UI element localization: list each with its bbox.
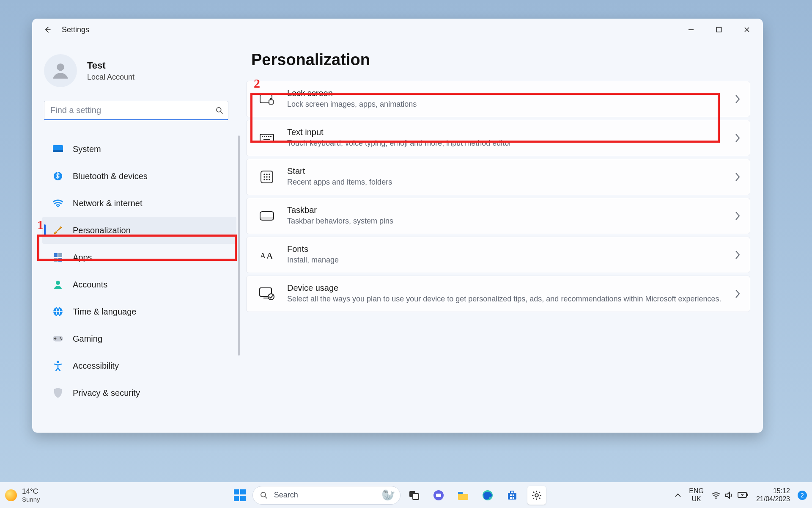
svg-rect-1: [717, 28, 721, 32]
card-title: Taskbar: [287, 205, 735, 215]
card-title: Fonts: [287, 244, 735, 254]
privacy-icon: [52, 387, 63, 398]
card-title: Lock screen: [287, 88, 735, 98]
svg-point-18: [57, 361, 59, 363]
svg-point-29: [263, 174, 265, 175]
clock-date: 21/04/2023: [756, 495, 790, 503]
nav-label: Accessibility: [73, 361, 119, 371]
nav-label: Bluetooth & devices: [73, 171, 148, 181]
svg-point-59: [535, 494, 538, 497]
close-button[interactable]: [738, 21, 755, 38]
nav-label: Gaming: [73, 334, 102, 344]
card-desc: Lock screen images, apps, animations: [287, 99, 735, 109]
nav-item-bluetooth[interactable]: Bluetooth & devices: [42, 163, 236, 190]
card-text-input[interactable]: Text input Touch keyboard, voice typing,…: [246, 120, 750, 156]
tray-clock[interactable]: 15:12 21/04/2023: [756, 487, 790, 503]
svg-rect-58: [513, 497, 514, 499]
window-title: Settings: [62, 25, 89, 34]
taskbar-explorer[interactable]: [454, 486, 472, 505]
notification-count: 2: [801, 492, 804, 499]
card-taskbar[interactable]: Taskbar Taskbar behaviors, system pins: [246, 198, 750, 234]
svg-rect-11: [54, 258, 58, 262]
svg-point-33: [266, 176, 267, 177]
svg-point-8: [57, 206, 59, 207]
search-icon: [260, 491, 268, 500]
minimize-button[interactable]: [683, 21, 700, 38]
maximize-button[interactable]: [710, 21, 727, 38]
nav-label: Network & internet: [73, 199, 143, 208]
svg-rect-51: [458, 492, 463, 494]
taskbar-store[interactable]: [503, 486, 521, 505]
taskbar-task-view[interactable]: [405, 486, 423, 505]
tray-language[interactable]: ENG UK: [689, 487, 704, 503]
weather-temp: 14°C: [22, 487, 40, 496]
svg-point-34: [269, 176, 270, 177]
nav-item-system[interactable]: System: [42, 135, 236, 163]
svg-line-46: [265, 496, 267, 498]
nav-item-network[interactable]: Network & internet: [42, 190, 236, 217]
card-desc: Touch keyboard, voice typing, emoji and …: [287, 138, 735, 148]
taskbar-search[interactable]: Search 🦭: [252, 486, 401, 505]
keyboard-icon: [258, 133, 275, 143]
bluetooth-icon: [52, 171, 63, 182]
start-button[interactable]: [231, 487, 248, 504]
start-menu-icon: [258, 171, 275, 183]
chevron-right-icon: [735, 250, 741, 260]
card-desc: Install, manage: [287, 255, 735, 265]
svg-point-3: [217, 107, 221, 112]
taskbar-edge[interactable]: [478, 486, 497, 505]
svg-point-13: [56, 281, 60, 285]
profile-block[interactable]: Test Local Account: [32, 49, 240, 97]
chevron-right-icon: [735, 211, 741, 221]
card-start[interactable]: Start Recent apps and items, folders: [246, 159, 750, 195]
svg-line-4: [221, 111, 223, 113]
nav-scrollbar[interactable]: [238, 135, 240, 356]
arrow-left-icon: [43, 25, 52, 34]
chevron-up-icon: [675, 493, 681, 498]
title-bar: Settings: [32, 19, 763, 41]
nav-item-accounts[interactable]: Accounts: [42, 271, 236, 298]
search-box[interactable]: [44, 101, 228, 120]
svg-rect-57: [510, 497, 512, 499]
nav-label: Personalization: [73, 226, 131, 235]
nav-label: Privacy & security: [73, 388, 140, 398]
nav-item-gaming[interactable]: Gaming: [42, 325, 236, 352]
card-title: Device usage: [287, 283, 735, 293]
svg-point-2: [57, 64, 64, 71]
accessibility-icon: [52, 360, 63, 371]
svg-point-36: [266, 179, 267, 180]
svg-text:A: A: [266, 250, 274, 261]
svg-rect-10: [58, 253, 62, 257]
person-icon: [50, 60, 71, 81]
weather-cond: Sunny: [22, 496, 40, 503]
taskbar-icon: [258, 211, 275, 221]
back-button[interactable]: [39, 21, 56, 38]
card-title: Text input: [287, 127, 735, 137]
wifi-icon: [52, 198, 63, 209]
taskbar-search-label: Search: [274, 491, 298, 500]
nav-item-accessibility[interactable]: Accessibility: [42, 352, 236, 379]
page-title: Personalization: [251, 51, 750, 69]
taskbar-chat[interactable]: [429, 486, 448, 505]
wifi-icon: [711, 491, 721, 499]
tray-notifications[interactable]: 2: [798, 491, 807, 500]
main-content: Personalization Lock screen Lock screen …: [240, 41, 763, 433]
nav-label: Time & language: [73, 307, 136, 317]
card-title: Start: [287, 166, 735, 176]
nav-item-apps[interactable]: Apps: [42, 244, 236, 271]
svg-rect-21: [260, 134, 274, 142]
taskbar: 14°C Sunny Search 🦭 ENG UK: [0, 482, 812, 508]
tray-overflow[interactable]: [675, 493, 681, 498]
nav-item-personalization[interactable]: Personalization: [42, 217, 236, 244]
card-lock-screen[interactable]: Lock screen Lock screen images, apps, an…: [246, 81, 750, 117]
tray-system-icons[interactable]: [711, 491, 749, 499]
taskbar-settings[interactable]: [527, 486, 546, 505]
nav-item-time-language[interactable]: Time & language: [42, 298, 236, 325]
svg-point-35: [263, 179, 265, 180]
nav-item-privacy[interactable]: Privacy & security: [42, 379, 236, 406]
settings-window: Settings Test Local Account: [32, 19, 763, 433]
taskbar-weather[interactable]: 14°C Sunny: [5, 487, 102, 503]
card-fonts[interactable]: AA Fonts Install, manage: [246, 237, 750, 273]
search-input[interactable]: [50, 105, 215, 115]
card-device-usage[interactable]: Device usage Select all the ways you pla…: [246, 276, 750, 312]
